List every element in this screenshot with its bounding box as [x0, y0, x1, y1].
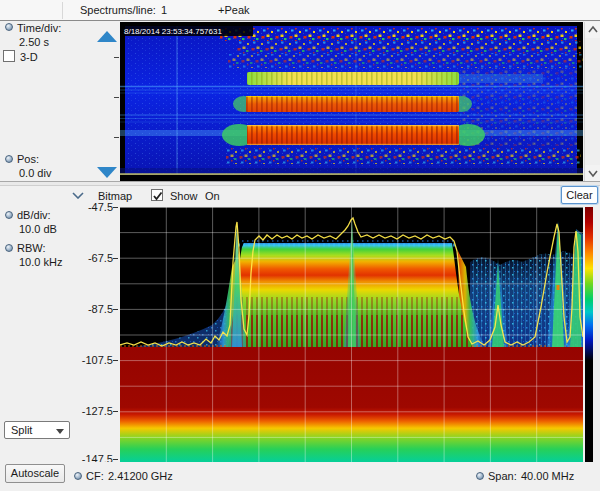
y-axis-tick-label: -107.5 [63, 354, 113, 366]
scroll-down-icon[interactable] [585, 165, 600, 181]
spectrums-per-line-value[interactable]: 1 [161, 4, 167, 16]
autoscale-button[interactable]: Autoscale [5, 464, 65, 483]
span-value[interactable]: 40.00 MHz [521, 470, 574, 482]
chevron-down-icon [56, 429, 64, 434]
y-axis-tick [113, 459, 118, 460]
spectrum-analyzer-window: Spectrums/line: 1 +Peak Time/div: 2.50 s… [0, 0, 600, 491]
bitmap-spectrum-canvas [120, 207, 583, 463]
view-split-value: Split [11, 424, 32, 436]
spectrogram-canvas: 8/18/2014 23:53:34.757631 [120, 22, 583, 181]
time-div-label: Time/div: [17, 22, 61, 34]
three-d-label: 3-D [20, 51, 38, 63]
span-knob-icon[interactable] [476, 472, 484, 480]
spectrogram-top-marker-icon[interactable] [97, 31, 117, 42]
y-axis-tick [113, 258, 118, 259]
scroll-up-icon[interactable] [585, 22, 600, 38]
clear-button[interactable]: Clear [561, 186, 598, 204]
y-axis-tick-label: -127.5 [63, 405, 113, 417]
toolbar-divider [62, 2, 63, 19]
top-toolbar: Spectrums/line: 1 +Peak [0, 0, 600, 21]
three-d-checkbox[interactable] [3, 50, 15, 62]
db-div-label: dB/div: [17, 209, 51, 221]
center-frequency-label: CF: [86, 470, 104, 482]
show-state-value: On [205, 190, 220, 202]
y-axis-tick-label: -47.5 [63, 201, 113, 213]
y-axis-tick [113, 411, 118, 412]
spectrums-per-line-label: Spectrums/line: [80, 4, 156, 16]
rbw-label: RBW: [17, 242, 46, 254]
time-div-value[interactable]: 2.50 s [19, 36, 49, 48]
y-axis-tick [113, 309, 118, 310]
y-axis-tick [113, 360, 118, 361]
y-axis-tick-label: -67.5 [63, 252, 113, 264]
span-label: Span: [488, 470, 517, 482]
spectrogram-scrollbar[interactable] [584, 22, 600, 181]
y-axis-tick [113, 207, 118, 208]
rbw-value[interactable]: 10.0 kHz [19, 256, 62, 268]
density-color-legend [585, 207, 593, 463]
pos-knob-icon[interactable] [5, 155, 13, 163]
pos-label: Pos: [17, 153, 39, 165]
spectrogram-timestamp: 8/18/2014 23:53:34.757631 [124, 27, 222, 36]
y-axis-tick-label: -87.5 [63, 303, 113, 315]
rbw-knob-icon[interactable] [5, 244, 13, 252]
checkmark-icon [152, 191, 164, 202]
center-frequency-value[interactable]: 2.41200 GHz [108, 470, 173, 482]
detector-selector[interactable]: +Peak [218, 4, 250, 16]
time-tick [114, 57, 119, 58]
cf-knob-icon[interactable] [74, 472, 82, 480]
db-div-value[interactable]: 10.0 dB [19, 223, 57, 235]
spectrogram-display[interactable]: 8/18/2014 23:53:34.757631 [120, 22, 583, 181]
show-label: Show [170, 190, 198, 202]
chevron-down-icon[interactable] [72, 192, 84, 199]
spectrogram-bottom-marker-icon[interactable] [97, 167, 117, 178]
status-bar: Autoscale CF: 2.41200 GHz Span: 40.00 MH… [0, 462, 600, 491]
time-div-knob-icon[interactable] [5, 23, 13, 31]
db-div-knob-icon[interactable] [5, 211, 13, 219]
pos-value[interactable]: 0.0 div [19, 167, 51, 179]
time-tick [114, 137, 119, 138]
time-tick [114, 97, 119, 98]
bitmap-spectrum-display[interactable] [120, 207, 583, 463]
show-checkbox[interactable] [151, 189, 163, 201]
view-split-dropdown[interactable]: Split [4, 421, 70, 439]
